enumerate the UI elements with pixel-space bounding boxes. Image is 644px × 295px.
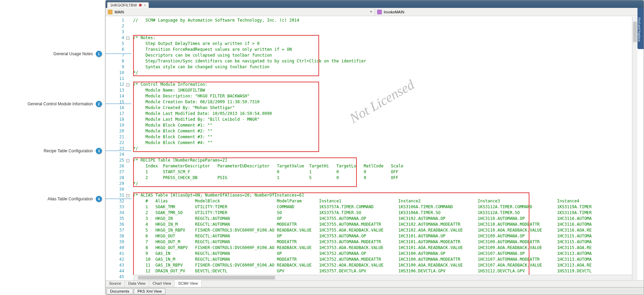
code-line[interactable]: Syntax style can be changed using toolba… xyxy=(133,64,644,70)
fold-cell xyxy=(126,29,133,35)
fold-cell xyxy=(126,41,133,47)
fold-cell xyxy=(126,257,133,262)
code-line[interactable]: 12 DRAIN_OUT_PV DEVCTL:DEVCTL GPV 1HS375… xyxy=(133,268,644,274)
code-line[interactable]: Transition ForceReadRequest values are o… xyxy=(133,47,644,52)
code-line[interactable] xyxy=(133,76,644,82)
code-line[interactable] xyxy=(133,152,644,157)
code-line[interactable]: Step/Transtion/Sync identifiers can be n… xyxy=(133,58,644,64)
code-line[interactable]: 4 HKGO_IN_M REGCTL:AUTOMAN MODEATTR 1HC3… xyxy=(133,222,644,227)
code-line[interactable]: 10 GAS_IN_M REGCTL:AUTOMAN MODEATTR 1HC3… xyxy=(133,257,644,262)
close-icon[interactable]: × xyxy=(144,3,146,7)
code-line[interactable]: Module Block Comment #2: "" xyxy=(133,128,644,134)
annotation-connector xyxy=(105,54,131,54)
doc-tab-documents[interactable]: Documents xyxy=(106,288,133,294)
code-line[interactable]: Index ParameterDescriptor ParameterEUDes… xyxy=(133,163,644,169)
line-number: 24 xyxy=(106,152,124,157)
code-line[interactable]: 7 HKGO_OUT_M REGCTL:AUTOMAN MODEATTR 1HC… xyxy=(133,239,644,245)
code-line[interactable]: 1 SOAK_TMR UTILITY:TIMER COMMAND 1KS3757… xyxy=(133,204,644,210)
fold-cell xyxy=(126,233,133,239)
code-line[interactable]: Module Block Comment #4: "" xyxy=(133,140,644,146)
doc-tab-pks-xml-view[interactable]: PKS Xml View xyxy=(134,288,166,294)
code-line[interactable]: Module Last Modified Date: 10/05/2013 16… xyxy=(133,111,644,117)
fold-toggle-icon[interactable]: - xyxy=(126,159,129,162)
code-line[interactable]: 8 HKGO_OUT_RBPV FISHER-CONTROLS:DVC6000F… xyxy=(133,245,644,251)
line-number: 37 xyxy=(106,227,124,233)
code-line[interactable]: 2 SOAK_TMR_SO UTILITY:TIMER SO 1KS3757A.… xyxy=(133,210,644,216)
code-line[interactable]: Descriptors can be collapsed using toolb… xyxy=(133,52,644,58)
code-line[interactable]: 3 HKGO_IN REGCTL:AUTOMAN OP 1HC3755.AUTO… xyxy=(133,216,644,222)
code-line[interactable]: # Alias ModelBlock ModelParam Instance1 … xyxy=(133,198,644,204)
code-line[interactable]: 9 GAS_IN REGCTL:AUTOMAN OP 1HC3752.AUTOM… xyxy=(133,251,644,257)
code-line[interactable]: Module Block Comment #1: "" xyxy=(133,122,644,128)
line-number: 28 xyxy=(106,175,124,181)
code-line[interactable] xyxy=(133,23,644,29)
code-line[interactable]: /* Control Module Information: xyxy=(133,82,644,87)
code-line[interactable]: */ xyxy=(133,146,644,152)
vertical-scrollbar[interactable] xyxy=(632,17,637,280)
view-tab-source[interactable]: Source xyxy=(106,281,125,287)
code-line[interactable]: Module Last Modified By: "Bill Leibold -… xyxy=(133,117,644,122)
fold-toggle-icon[interactable]: - xyxy=(126,194,129,197)
code-area[interactable]: Not Licensed // SCM# Language by Automat… xyxy=(133,16,644,280)
annotation-callout: General Usage Notes1 xyxy=(54,51,102,57)
code-line[interactable]: */ xyxy=(133,181,644,187)
view-tab-scm-view[interactable]: SCM# View xyxy=(175,280,201,287)
line-number: 34 xyxy=(106,210,124,216)
code-line[interactable]: 11 GAS_IN_RBPV FISHER-CONTROLS:DVC6000F_… xyxy=(133,262,644,268)
code-line[interactable]: /* RECIPE Table [NumberRecipeParams=2] xyxy=(133,157,644,163)
fold-cell xyxy=(126,134,133,140)
fold-cell xyxy=(126,105,133,111)
scope-dropdown[interactable]: MAIN ▼ xyxy=(106,8,375,16)
fold-toggle-icon[interactable]: - xyxy=(126,37,129,40)
fold-cell xyxy=(126,23,133,29)
line-number-gutter: 1234567891011121314151617181920212223242… xyxy=(106,16,126,280)
code-line[interactable]: Module Name: 1HKGOFILTBW xyxy=(133,87,644,93)
line-number: 10 xyxy=(106,70,124,76)
find-replace-panel[interactable]: Find and Replace xyxy=(637,8,644,49)
code-line[interactable]: Module Block Comment #3: "" xyxy=(133,134,644,140)
fold-cell xyxy=(126,268,133,274)
code-line[interactable]: Module Created By: "Mohan Shettigar" xyxy=(133,105,644,111)
member-dropdown[interactable]: InvokeMAIN ▼ xyxy=(375,8,644,16)
line-number: 3 xyxy=(106,29,124,35)
app-root: General Usage Notes1General Control Modu… xyxy=(0,0,644,295)
line-number: 36 xyxy=(106,222,124,227)
code-line[interactable]: 6 HKGO_OUT REGCTL:AUTOMAN OP 1HC3753.AUT… xyxy=(133,233,644,239)
line-number: 11 xyxy=(106,76,124,82)
dirty-indicator-icon xyxy=(139,4,142,7)
horizontal-scrollbar[interactable] xyxy=(133,275,632,280)
code-line[interactable] xyxy=(133,29,644,35)
fold-cell xyxy=(126,117,133,122)
fold-cell xyxy=(126,163,133,169)
code-line[interactable]: 5 HKGO_IN_RBPV FISHER-CONTROLS:DVC6000F_… xyxy=(133,227,644,233)
code-line[interactable]: 1 START_SCM_F 0 1 0 0 OFF xyxy=(133,169,644,175)
line-number: 32 xyxy=(106,198,124,204)
annotation-callout: Alias Table Configuration4 xyxy=(47,196,102,202)
scrollbar-thumb[interactable] xyxy=(633,22,637,42)
view-tab-chart-view[interactable]: Chart View xyxy=(149,281,175,287)
code-line[interactable]: */ xyxy=(133,70,644,76)
fold-cell: - xyxy=(126,192,133,198)
view-tab-data-view[interactable]: Data View xyxy=(125,281,149,287)
fold-cell xyxy=(126,181,133,187)
code-line[interactable]: Module Creation Date: 06/18/2009 11:38:5… xyxy=(133,99,644,105)
code-line[interactable]: // SCM# Language by Automation Software … xyxy=(133,17,644,23)
code-line[interactable] xyxy=(133,187,644,192)
line-number: 20 xyxy=(106,128,124,134)
line-number: 29 xyxy=(106,181,124,187)
code-editor[interactable]: 1234567891011121314151617181920212223242… xyxy=(106,16,644,280)
code-line[interactable]: Step Output DelayTimes are only written … xyxy=(133,41,644,47)
code-line[interactable]: /* Notes: xyxy=(133,35,644,41)
file-tab[interactable]: 1HKGOFILTBW × xyxy=(107,2,149,8)
annotation-label: General Control Module Information xyxy=(27,102,93,106)
code-line[interactable]: /* ALIAS Table [AliasOpt=ON; NumberOfAli… xyxy=(133,192,644,198)
annotation-callout: General Control Module Information2 xyxy=(27,101,102,107)
scrollbar-thumb[interactable] xyxy=(138,276,275,280)
line-number: 6 xyxy=(106,47,124,52)
fold-cell xyxy=(126,99,133,105)
code-line[interactable]: 2 PRESS_CHECK_DB PSIG 1 5 0 0 OFF xyxy=(133,175,644,181)
line-number: 9 xyxy=(106,64,124,70)
fold-toggle-icon[interactable]: - xyxy=(126,83,129,86)
annotation-badge: 3 xyxy=(96,148,102,154)
code-line[interactable]: Module Description: "HKGO FILTER BACKWAS… xyxy=(133,93,644,99)
